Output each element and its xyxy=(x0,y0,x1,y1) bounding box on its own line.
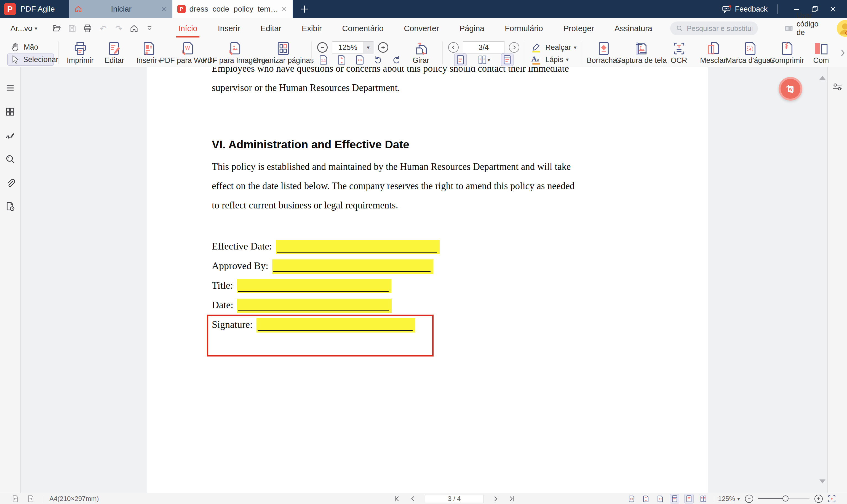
rotate-pages-button[interactable]: Girar xyxy=(404,39,438,67)
previous-page-button[interactable] xyxy=(409,495,417,503)
highlighted-blank[interactable] xyxy=(276,240,440,254)
fullscreen-button[interactable] xyxy=(828,494,836,503)
previous-view-button[interactable] xyxy=(11,494,19,503)
pdf-page[interactable]: Employees who have questions or concerns… xyxy=(147,67,708,493)
close-window-button[interactable] xyxy=(824,0,842,18)
next-page-button[interactable] xyxy=(492,495,499,503)
highlighted-blank[interactable] xyxy=(237,279,391,293)
history-panel-icon[interactable] xyxy=(5,201,16,212)
divider xyxy=(42,496,42,502)
red-annotation-rectangle[interactable] xyxy=(207,314,434,357)
menu-editar[interactable]: Editar xyxy=(250,18,292,39)
pdf-to-image-button[interactable]: PDF para Imagem▾ xyxy=(210,39,260,67)
fit-page-button[interactable] xyxy=(335,53,348,66)
user-avatar[interactable] xyxy=(837,20,847,37)
menu-formulario[interactable]: Formulário xyxy=(495,18,553,39)
search-input[interactable]: Pesquisar e substituir xyxy=(670,21,758,35)
zoom-slider[interactable] xyxy=(758,498,810,499)
pdf-to-word-floating-button[interactable]: W xyxy=(779,77,802,101)
fit-width-button[interactable] xyxy=(354,53,366,66)
compress-button[interactable]: Comprimir xyxy=(770,39,804,67)
zoom-in-button[interactable] xyxy=(378,42,388,53)
zoom-level-dropdown[interactable]: 125% ▾ xyxy=(718,495,740,503)
hand-tool-button[interactable]: Mão xyxy=(7,41,54,53)
tab-document[interactable]: P dress_code_policy_templat... xyxy=(172,0,293,18)
zoom-level-input[interactable]: 125% ▾ xyxy=(332,41,373,53)
attachments-panel-icon[interactable] xyxy=(5,177,16,188)
page-number-input[interactable]: 3/4 xyxy=(463,41,505,53)
fit-page-button[interactable] xyxy=(641,494,651,503)
next-view-button[interactable] xyxy=(27,494,35,503)
first-page-button[interactable] xyxy=(393,495,401,503)
scroll-down-icon[interactable] xyxy=(819,480,826,483)
print-icon[interactable] xyxy=(83,24,92,33)
select-tool-button[interactable]: Selecionar xyxy=(7,53,54,66)
edit-button[interactable]: Editar xyxy=(98,39,131,67)
two-page-view-button[interactable] xyxy=(699,494,708,503)
menu-inserir[interactable]: Inserir xyxy=(208,18,250,39)
merge-button[interactable]: Mesclar xyxy=(696,39,730,67)
home-icon[interactable] xyxy=(129,24,139,33)
ocr-button[interactable]: OCR xyxy=(662,39,696,67)
pencil-button[interactable]: Aa Lápis ▾ xyxy=(530,53,577,66)
continuous-scroll-button[interactable] xyxy=(501,53,514,66)
collapse-toolbar-icon[interactable] xyxy=(145,24,154,33)
menu-proteger[interactable]: Proteger xyxy=(553,18,604,39)
search-panel-icon[interactable] xyxy=(5,154,16,165)
edit-label: Editar xyxy=(105,56,124,65)
menu-inicio[interactable]: Início xyxy=(168,18,207,39)
new-tab-button[interactable] xyxy=(300,4,309,14)
page-number-input[interactable]: 3 / 4 xyxy=(425,494,483,503)
feedback-button[interactable]: Feedback xyxy=(722,5,767,14)
highlight-button[interactable]: Realçar ▾ xyxy=(530,41,577,53)
previous-page-button[interactable] xyxy=(448,42,459,53)
rotate-left-button[interactable] xyxy=(372,53,385,66)
rotate-right-button[interactable] xyxy=(390,53,403,66)
highlighted-blank[interactable] xyxy=(272,259,433,274)
menu-assinatura[interactable]: Assinatura xyxy=(604,18,663,39)
zoom-out-button[interactable] xyxy=(317,42,328,53)
single-page-view-button[interactable] xyxy=(684,494,694,503)
menu-comentario[interactable]: Comentário xyxy=(332,18,394,39)
actual-size-button[interactable]: 1:1 xyxy=(627,494,636,503)
signature-panel-icon[interactable] xyxy=(5,130,16,141)
save-icon[interactable] xyxy=(68,24,77,33)
redo-icon[interactable]: ↷ xyxy=(114,24,123,33)
highlighted-blank[interactable] xyxy=(237,299,392,313)
menu-pagina[interactable]: Página xyxy=(449,18,495,39)
fit-width-button[interactable] xyxy=(656,494,665,503)
titlebar: P PDF Agile Iniciar P dress_code_policy_… xyxy=(0,0,847,18)
document-canvas[interactable]: Employees who have questions or concerns… xyxy=(21,67,827,493)
zoom-in-button[interactable] xyxy=(814,494,823,503)
select-tool-label: Selecionar xyxy=(23,55,58,64)
file-menu[interactable]: Ar...vo ▾ xyxy=(11,24,37,33)
undo-icon[interactable]: ↶ xyxy=(99,24,108,33)
print-button[interactable]: Imprimir xyxy=(63,39,98,67)
two-page-view-button[interactable]: ▾ xyxy=(474,53,493,66)
watermark-button[interactable]: Marca d'água▾ xyxy=(730,39,770,67)
tab-iniciar[interactable]: Iniciar xyxy=(69,0,172,18)
toolbar-expand-icon[interactable] xyxy=(840,48,845,58)
menu-exibir[interactable]: Exibir xyxy=(292,18,332,39)
outline-panel-icon[interactable] xyxy=(5,83,16,93)
properties-sliders-icon[interactable] xyxy=(832,81,843,493)
vertical-scrollbar[interactable] xyxy=(818,67,826,493)
thumbnails-panel-icon[interactable] xyxy=(5,106,16,117)
close-tab-icon[interactable] xyxy=(160,5,167,13)
continuous-scroll-button[interactable] xyxy=(670,494,679,503)
actual-size-button[interactable]: 1:1 xyxy=(317,53,330,66)
zoom-slider-handle[interactable] xyxy=(782,496,789,502)
next-page-button[interactable] xyxy=(509,42,519,53)
last-page-button[interactable] xyxy=(508,495,515,503)
single-page-view-button[interactable] xyxy=(454,53,467,66)
zoom-dropdown[interactable]: ▾ xyxy=(363,42,373,53)
left-sidebar xyxy=(0,67,21,493)
open-file-icon[interactable] xyxy=(52,24,61,33)
organize-pages-button[interactable]: Organizar páginas xyxy=(260,39,307,67)
menu-converter[interactable]: Converter xyxy=(394,18,449,39)
screenshot-button[interactable]: Captura de tela xyxy=(621,39,662,67)
overflow-button[interactable]: Com xyxy=(804,39,838,67)
zoom-out-button[interactable] xyxy=(745,494,753,503)
scroll-up-icon[interactable] xyxy=(819,76,826,80)
close-tab-icon[interactable] xyxy=(281,5,288,13)
